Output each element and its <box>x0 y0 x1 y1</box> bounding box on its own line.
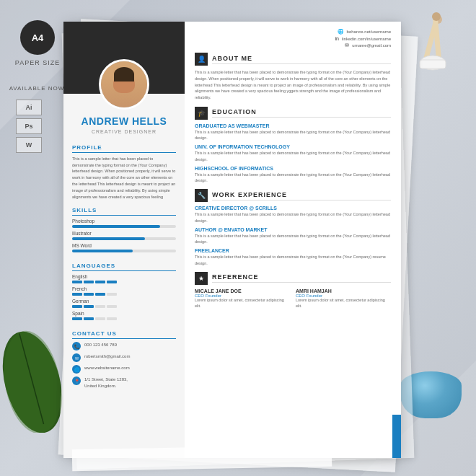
a4-badge: A4 <box>20 20 55 55</box>
contact-title: CONTACT US <box>72 330 176 339</box>
skills-title: SKILLS <box>72 207 176 216</box>
work-item-1: CREATIVE DIRECTOR @ SCRILLS This is a sa… <box>195 206 391 224</box>
paper-bottom-strip <box>72 445 332 471</box>
work-icon: 🔧 <box>195 189 208 202</box>
top-contact-row: 🌐 behance.net/username in linkedin.com/i… <box>195 29 391 48</box>
linkedin-icon: in <box>335 36 339 41</box>
svg-rect-8 <box>420 60 446 69</box>
skill-illustrator: Illustrator <box>72 231 176 240</box>
edu-item-3: HIGHSCHOOL OF INFORMATICS This is a samp… <box>195 166 391 184</box>
ai-badge: Ai <box>16 100 42 115</box>
available-now-label: AVAILABLE NOW <box>9 85 65 92</box>
scene: A4 PAPER SIZE AVAILABLE NOW Ai Ps W <box>0 0 476 476</box>
lang-spain: Spain <box>72 311 176 320</box>
contact-email: ✉ robertsmith@gmail.com <box>72 353 176 362</box>
blue-accent-bar <box>392 415 401 458</box>
top-email: ✉ urname@gmail.com <box>345 43 391 48</box>
top-linkedin: in linkedin.com/in/username <box>335 36 392 41</box>
reference-1: MICALE JANE DOE CEO Founder Lorem ipsum … <box>195 288 290 309</box>
edu-item-1: GRADUATED AS WEBMASTER This is a sample … <box>195 123 391 141</box>
reference-section: ★ REFERENCE MICALE JANE DOE CEO Founder … <box>195 272 391 309</box>
work-title: WORK EXPERIENCE <box>212 191 391 200</box>
svg-point-6 <box>432 12 441 21</box>
profile-photo <box>99 59 149 110</box>
email-icon: ✉ <box>345 43 349 48</box>
about-title: ABOUT ME <box>212 55 391 64</box>
work-section: 🔧 WORK EXPERIENCE CREATIVE DIRECTOR @ SC… <box>195 189 391 266</box>
education-icon: 🎓 <box>195 107 208 120</box>
ps-badge: Ps <box>16 118 42 134</box>
resume-left-column: ANDREW HELLS CREATIVE DESIGNER PROFILE T… <box>63 22 185 458</box>
languages-title: LANGUAGES <box>72 263 176 271</box>
contact-website: 🌐 www.websitename.com <box>72 365 176 374</box>
skill-msword: MS Word <box>72 243 176 252</box>
reference-title: REFERENCE <box>212 273 391 283</box>
about-text: This is a sample letter that has been pl… <box>195 69 391 101</box>
education-title: EDUCATION <box>212 108 391 118</box>
skills-list: Photoshop Illustrator MS Word <box>72 219 176 252</box>
about-section: 👤 ABOUT ME This is a sample letter that … <box>195 53 391 101</box>
resume-right-column: 🌐 behance.net/username in linkedin.com/i… <box>185 22 401 458</box>
profile-text: This is a sample letter that has been pl… <box>72 156 176 200</box>
lang-french: French <box>72 286 176 296</box>
about-icon: 👤 <box>195 53 208 66</box>
contact-phone: 📞 000 123 456 789 <box>72 342 176 351</box>
contact-section: CONTACT US 📞 000 123 456 789 ✉ robertsmi… <box>63 326 185 395</box>
lang-german: German <box>72 299 176 308</box>
top-behance: 🌐 behance.net/username <box>338 29 391 35</box>
person-name: ANDREW HELLS <box>72 115 176 128</box>
reference-table: MICALE JANE DOE CEO Founder Lorem ipsum … <box>195 288 391 309</box>
skill-photoshop: Photoshop <box>72 219 176 228</box>
contact-address: 📍 1/1 Street, State 1283,United Kingdom. <box>72 376 176 389</box>
lang-english: English <box>72 274 176 283</box>
languages-section: LANGUAGES English French <box>63 258 185 326</box>
resume-document: ANDREW HELLS CREATIVE DESIGNER PROFILE T… <box>63 22 401 458</box>
person-title: CREATIVE DESIGNER <box>72 129 176 134</box>
work-item-2: AUTHOR @ ENVATO MARKET This is a sample … <box>195 227 391 245</box>
work-item-3: FREELANCER This is a sample letter that … <box>195 248 391 266</box>
behance-icon: 🌐 <box>338 29 344 35</box>
paper-size-label: PAPER SIZE <box>13 59 62 66</box>
profile-section: PROFILE This is a sample letter that has… <box>63 140 185 203</box>
reference-2: AMRI HAMJAH CEO Founder Lorem ipsum dolo… <box>296 288 391 309</box>
photo-area <box>63 22 185 94</box>
reference-icon: ★ <box>195 272 208 285</box>
edu-item-2: UNIV. OF INFORMATION TECHNOLOGY This is … <box>195 144 391 162</box>
languages-list: English French <box>72 274 176 320</box>
profile-title: PROFILE <box>72 144 176 153</box>
software-badges: Ai Ps W <box>16 100 42 153</box>
education-section: 🎓 EDUCATION GRADUATED AS WEBMASTER This … <box>195 107 391 184</box>
word-badge: W <box>16 137 42 153</box>
education-list: GRADUATED AS WEBMASTER This is a sample … <box>195 123 391 184</box>
work-list: CREATIVE DIRECTOR @ SCRILLS This is a sa… <box>195 206 391 266</box>
skills-section: SKILLS Photoshop Illustrator MS Word <box>63 203 185 258</box>
